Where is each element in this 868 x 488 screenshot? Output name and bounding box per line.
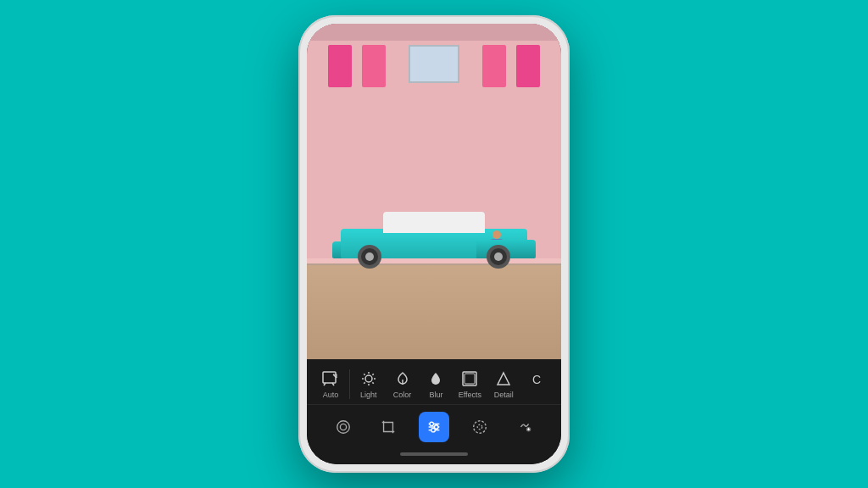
svg-point-16 <box>340 424 346 430</box>
controls-panel: Auto <box>307 359 561 464</box>
ground-area <box>307 265 561 359</box>
detail-icon <box>494 369 513 388</box>
tools-row: Auto <box>307 366 561 405</box>
svg-rect-12 <box>465 374 475 384</box>
svg-point-1 <box>365 375 372 382</box>
tool-color[interactable]: Color <box>387 369 418 399</box>
svg-point-15 <box>337 421 350 434</box>
car <box>332 212 536 258</box>
selective-button[interactable] <box>465 412 495 442</box>
divider-1 <box>349 369 350 399</box>
light-label: Light <box>360 391 377 399</box>
svg-marker-13 <box>498 373 509 385</box>
color-icon <box>393 369 412 388</box>
tool-blur[interactable]: Blur <box>420 369 451 399</box>
car-body <box>332 212 536 258</box>
effects-icon <box>460 369 479 388</box>
effects-label: Effects <box>459 391 481 399</box>
blur-icon <box>426 369 445 388</box>
home-bar <box>400 452 468 456</box>
auto-label: Auto <box>323 391 339 399</box>
svg-line-6 <box>364 374 364 374</box>
door-right2 <box>482 45 506 87</box>
ground-line <box>307 263 561 265</box>
svg-point-18 <box>430 422 434 426</box>
door-right <box>516 45 540 87</box>
presets-button[interactable] <box>328 412 359 442</box>
svg-line-7 <box>372 382 373 383</box>
phone-screen: Auto <box>307 24 561 464</box>
building-top <box>307 24 561 41</box>
blur-label: Blur <box>429 391 442 399</box>
building-window <box>409 45 459 83</box>
light-icon <box>359 369 378 388</box>
photo-area <box>307 24 561 359</box>
adjust-button[interactable] <box>419 412 449 442</box>
more-icon: C <box>528 369 547 388</box>
tool-detail[interactable]: Detail <box>488 369 519 399</box>
svg-point-23 <box>473 421 486 434</box>
phone-frame: Auto <box>298 15 570 473</box>
car-wheel-rear <box>487 245 510 269</box>
tool-auto[interactable]: Auto <box>315 369 346 399</box>
auto-icon <box>321 369 340 388</box>
person-head <box>492 230 501 239</box>
svg-point-24 <box>477 424 481 429</box>
svg-rect-0 <box>323 372 336 383</box>
tool-more[interactable]: C · <box>522 369 553 399</box>
detail-label: Detail <box>494 391 514 399</box>
photo-scene <box>307 24 561 359</box>
svg-line-8 <box>372 374 373 374</box>
color-label: Color <box>393 391 412 399</box>
svg-point-22 <box>431 428 436 432</box>
tool-light[interactable]: Light <box>353 369 384 399</box>
more-label: · <box>537 391 539 399</box>
svg-text:C: C <box>532 373 541 386</box>
car-wheel-front <box>358 245 381 269</box>
home-indicator <box>307 447 561 461</box>
svg-line-9 <box>364 382 364 383</box>
car-roof <box>383 212 485 233</box>
door-left2 <box>362 45 386 87</box>
heal-button[interactable] <box>509 412 540 442</box>
door-left <box>328 45 352 87</box>
crop-button[interactable] <box>373 412 403 442</box>
actions-row <box>307 405 561 447</box>
tool-effects[interactable]: Effects <box>454 369 485 399</box>
